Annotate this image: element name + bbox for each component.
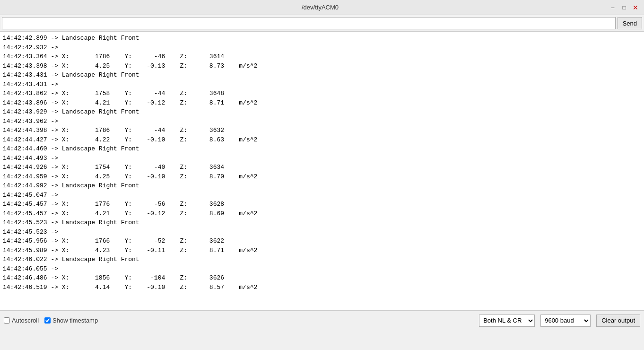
output-line: 14:42:44.398 -> X: 1786 Y: -44 Z: 3632 bbox=[3, 126, 641, 135]
show-timestamp-group: Show timestamp bbox=[44, 317, 98, 324]
output-line: 14:42:44.427 -> X: 4.22 Y: -0.10 Z: 8.63… bbox=[3, 135, 641, 145]
line-ending-select[interactable]: No line endingNewlineCarriage returnBoth… bbox=[479, 315, 535, 327]
output-line: 14:42:43.431 -> Landscape Right Front bbox=[3, 70, 641, 80]
output-line: 14:42:43.896 -> X: 4.21 Y: -0.12 Z: 8.71… bbox=[3, 98, 641, 108]
baud-rate-select[interactable]: 300 baud1200 baud2400 baud4800 baud9600 … bbox=[540, 315, 591, 327]
serial-input[interactable] bbox=[2, 17, 616, 29]
close-button[interactable]: ✕ bbox=[631, 3, 640, 12]
output-line: 14:42:45.047 -> bbox=[3, 191, 641, 200]
autoscroll-group: Autoscroll bbox=[4, 317, 39, 324]
output-area[interactable]: 14:42:42.899 -> Landscape Right Front14:… bbox=[0, 32, 644, 311]
maximize-button[interactable]: □ bbox=[619, 3, 629, 12]
output-line: 14:42:45.457 -> X: 4.21 Y: -0.12 Z: 8.69… bbox=[3, 209, 641, 219]
window-controls: – □ ✕ bbox=[608, 3, 640, 12]
line-ending-group: No line endingNewlineCarriage returnBoth… bbox=[479, 315, 535, 327]
minimize-button[interactable]: – bbox=[608, 3, 618, 12]
output-line: 14:42:43.431 -> bbox=[3, 80, 641, 89]
autoscroll-checkbox[interactable] bbox=[4, 317, 10, 324]
output-line: 14:42:46.519 -> X: 4.14 Y: -0.10 Z: 8.57… bbox=[3, 283, 641, 292]
output-line: 14:42:44.460 -> Landscape Right Front bbox=[3, 144, 641, 154]
baud-rate-group: 300 baud1200 baud2400 baud4800 baud9600 … bbox=[540, 315, 591, 327]
output-line: 14:42:45.523 -> bbox=[3, 228, 641, 237]
output-line: 14:42:43.364 -> X: 1786 Y: -46 Z: 3614 bbox=[3, 52, 641, 61]
output-line: 14:42:43.862 -> X: 1758 Y: -44 Z: 3648 bbox=[3, 89, 641, 98]
output-line: 14:42:45.457 -> X: 1776 Y: -56 Z: 3628 bbox=[3, 200, 641, 209]
output-line: 14:42:46.486 -> X: 1856 Y: -104 Z: 3626 bbox=[3, 273, 641, 283]
show-timestamp-label[interactable]: Show timestamp bbox=[52, 317, 98, 324]
output-line: 14:42:45.956 -> X: 1766 Y: -52 Z: 3622 bbox=[3, 236, 641, 246]
output-line: 14:42:44.959 -> X: 4.25 Y: -0.10 Z: 8.70… bbox=[3, 172, 641, 182]
output-line: 14:42:43.398 -> X: 4.25 Y: -0.13 Z: 8.73… bbox=[3, 61, 641, 71]
show-timestamp-checkbox[interactable] bbox=[44, 317, 51, 324]
status-bar: Autoscroll Show timestamp No line ending… bbox=[0, 311, 644, 330]
output-line: 14:42:42.932 -> bbox=[3, 43, 641, 52]
title-bar: /dev/ttyACM0 – □ ✕ bbox=[0, 0, 644, 15]
output-line: 14:42:44.493 -> bbox=[3, 154, 641, 163]
output-line: 14:42:46.055 -> bbox=[3, 264, 641, 274]
window-title: /dev/ttyACM0 bbox=[32, 4, 608, 11]
output-line: 14:42:44.926 -> X: 1754 Y: -40 Z: 3634 bbox=[3, 163, 641, 172]
output-line: 14:42:46.022 -> Landscape Right Front bbox=[3, 255, 641, 264]
send-button[interactable]: Send bbox=[618, 17, 642, 29]
autoscroll-label[interactable]: Autoscroll bbox=[12, 317, 39, 324]
output-line: 14:42:45.989 -> X: 4.23 Y: -0.11 Z: 8.71… bbox=[3, 246, 641, 255]
clear-output-button[interactable]: Clear output bbox=[596, 315, 640, 327]
input-bar: Send bbox=[0, 15, 644, 32]
output-line: 14:42:43.929 -> Landscape Right Front bbox=[3, 107, 641, 117]
output-line: 14:42:42.899 -> Landscape Right Front bbox=[3, 34, 641, 43]
output-line: 14:42:43.962 -> bbox=[3, 117, 641, 126]
output-line: 14:42:45.523 -> Landscape Right Front bbox=[3, 218, 641, 228]
output-line: 14:42:44.992 -> Landscape Right Front bbox=[3, 181, 641, 191]
